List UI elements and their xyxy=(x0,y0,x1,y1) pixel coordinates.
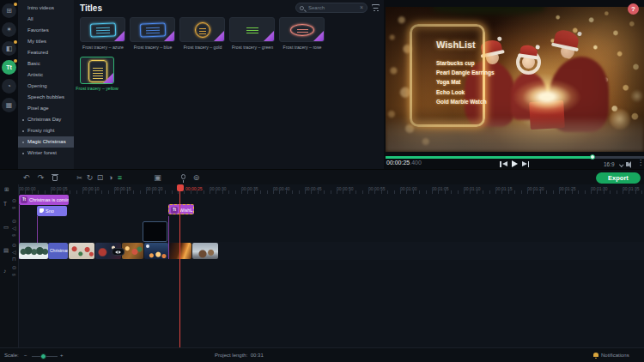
seek-handle[interactable] xyxy=(590,154,595,160)
category-item[interactable]: Magic Christmas xyxy=(18,136,74,148)
playhead-line[interactable] xyxy=(179,184,180,347)
scale-slider-handle[interactable] xyxy=(40,353,46,359)
overlap-button[interactable]: ▣ xyxy=(152,172,163,184)
lock-icon[interactable]: ⊓ xyxy=(12,256,16,262)
transitions-tool-icon[interactable]: ◧ xyxy=(2,41,16,56)
category-item-label: Intro videos xyxy=(27,5,54,10)
neon-frame xyxy=(241,24,264,36)
title-thumb-label-selected: Frost tracery – yellow xyxy=(71,86,123,91)
more-tools-icon[interactable]: ▦ xyxy=(2,98,16,112)
timecode-main: 00:00:25 xyxy=(386,160,410,166)
status-bar: Scale: − + Project length: 00:31 Notific… xyxy=(0,347,644,362)
volume-icon[interactable] xyxy=(626,162,629,166)
title-thumb-blue[interactable] xyxy=(130,17,175,42)
clip-properties-button[interactable]: ≡ xyxy=(114,172,125,184)
notifications-bell-icon[interactable] xyxy=(593,353,598,357)
scene-detection-button[interactable]: ⊚ xyxy=(191,172,202,184)
title-thumb-gold[interactable] xyxy=(179,17,225,42)
video-clip-card[interactable] xyxy=(69,243,94,259)
title-thumb-rose[interactable] xyxy=(279,17,325,42)
video-clip-village[interactable] xyxy=(192,243,218,259)
clear-search-icon[interactable]: × xyxy=(360,4,363,10)
category-item[interactable]: Speech bubbles xyxy=(18,92,74,103)
title-thumb-green[interactable] xyxy=(229,17,275,42)
category-item[interactable]: Opening xyxy=(18,81,74,92)
bullet-dot xyxy=(22,142,24,143)
playhead-handle[interactable] xyxy=(177,184,184,191)
link-icon[interactable]: ∞ xyxy=(12,272,15,277)
category-item[interactable]: Pixel age xyxy=(18,103,74,114)
title-track-icon: T xyxy=(3,202,7,207)
stickers-tool-icon[interactable]: ◔ xyxy=(2,79,16,94)
help-button[interactable]: ? xyxy=(628,3,639,15)
category-item[interactable]: Basic xyxy=(18,58,74,69)
category-item[interactable]: Frosty night xyxy=(18,125,74,136)
cart-wheels-icon xyxy=(374,10,375,12)
play-button[interactable] xyxy=(512,160,518,167)
export-button[interactable]: Export xyxy=(596,172,641,184)
category-item[interactable]: Winter forest xyxy=(18,148,74,159)
video-clip-name-section[interactable]: Christmas xyxy=(48,243,68,259)
next-frame-button[interactable] xyxy=(522,161,530,167)
titles-tool-icon[interactable]: Tt xyxy=(2,60,16,75)
scale-label: Scale: xyxy=(4,353,19,358)
overlay-clip[interactable] xyxy=(143,221,167,242)
category-item-label: Favorites xyxy=(27,27,49,33)
title-clip-wishlist-selected[interactable]: TtWishL xyxy=(168,204,194,214)
video-clip-market[interactable] xyxy=(122,243,143,259)
title-thumb-label: Frost tracery – gold xyxy=(177,45,228,50)
category-item-label: Magic Christmas xyxy=(27,139,66,144)
search-box[interactable]: × xyxy=(295,3,368,13)
category-item[interactable]: Favorites xyxy=(18,25,74,36)
video-clip-city[interactable] xyxy=(144,243,168,259)
store-cart-icon[interactable] xyxy=(372,4,380,12)
redo-button[interactable]: ↷ xyxy=(35,172,46,184)
media-icon: ⊞ xyxy=(6,7,12,15)
filters-tool-icon[interactable]: ✶ xyxy=(2,22,16,37)
tracks-area[interactable] xyxy=(19,194,644,347)
microphone-icon xyxy=(181,174,185,179)
undo-button[interactable]: ↶ xyxy=(21,172,32,184)
video-clip-forest[interactable] xyxy=(19,243,48,259)
title-clip-badge: Tt xyxy=(21,196,27,203)
zoom-in-button[interactable]: + xyxy=(60,353,64,358)
media-tool-icon[interactable]: ⊞ xyxy=(2,3,16,18)
title-clip-label: WishL xyxy=(179,208,192,213)
video-clip-fireplace[interactable] xyxy=(169,243,191,259)
timeline-toolbar: ↶ ↷ ✂ ↻ ⊡ ◑ ≡ ▣ ⊚ Export xyxy=(0,169,644,184)
transition-indicator[interactable] xyxy=(112,248,125,256)
preview-menu-icon[interactable]: ⋮ xyxy=(637,159,644,166)
eye-icon[interactable]: ⊙ xyxy=(12,243,16,248)
sticker-clip-snow[interactable]: Sno xyxy=(37,206,67,216)
audio-track-icon: ♪ xyxy=(3,268,6,274)
speaker-icon[interactable]: ◁ xyxy=(12,250,16,255)
category-item[interactable]: Christmas Day xyxy=(18,114,74,125)
title-thumb-azure[interactable] xyxy=(80,17,125,42)
eye-icon[interactable]: ⊙ xyxy=(12,265,16,270)
category-item[interactable]: Featured xyxy=(18,47,74,58)
category-item[interactable]: Artistic xyxy=(18,69,74,81)
previous-frame-button[interactable] xyxy=(500,161,507,167)
category-item[interactable]: Intro videos xyxy=(18,3,74,14)
link-icon[interactable]: ∞ xyxy=(12,205,15,210)
search-icon xyxy=(300,6,304,10)
title-thumb-label: Frost tracery – green xyxy=(227,45,278,50)
aspect-ratio-select[interactable]: 16:9 xyxy=(604,161,615,167)
link-icon[interactable]: ∞ xyxy=(12,232,15,238)
eye-icon[interactable]: ⊙ xyxy=(12,198,16,203)
category-item[interactable]: My titles xyxy=(18,36,74,47)
title-clip-christmas[interactable]: TtChristmas is comin xyxy=(19,195,69,205)
speaker-icon[interactable]: ◁ xyxy=(12,226,16,231)
zoom-out-button[interactable]: − xyxy=(24,353,27,358)
clip-marker-dot xyxy=(146,244,149,248)
record-voice-button[interactable] xyxy=(178,172,189,184)
category-item[interactable]: All xyxy=(18,14,74,25)
delete-button[interactable] xyxy=(49,172,60,184)
notifications-button[interactable]: Notifications xyxy=(601,353,629,358)
title-thumb-yellow-selected[interactable] xyxy=(80,57,114,84)
eye-icon[interactable]: ⊙ xyxy=(12,219,16,224)
search-input[interactable] xyxy=(308,3,356,12)
seek-bar[interactable] xyxy=(386,156,644,159)
neon-frame xyxy=(90,22,117,37)
add-track-icon[interactable]: ⊞ xyxy=(4,187,9,192)
